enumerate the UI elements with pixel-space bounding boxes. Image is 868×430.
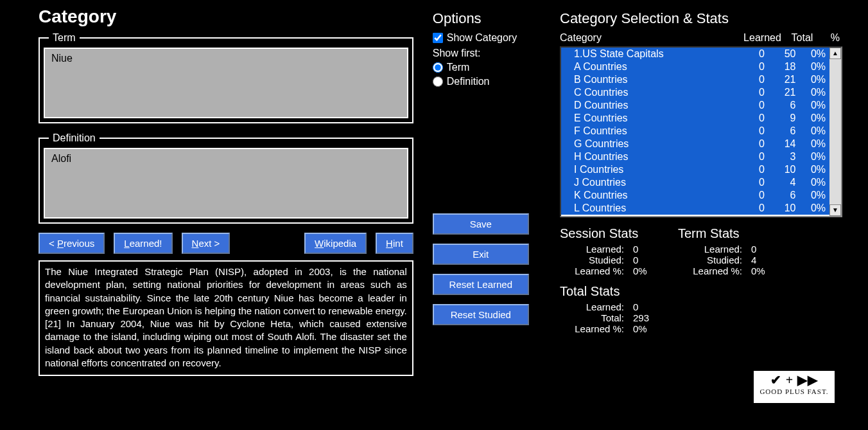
category-learned: 0 [727, 151, 765, 163]
category-percent: 0% [795, 100, 826, 111]
category-name: J Countries [574, 177, 727, 188]
term-stats-heading: Term Stats [678, 226, 777, 241]
category-name: C Countries [574, 87, 727, 98]
category-name: 1.US State Capitals [574, 48, 727, 60]
category-row[interactable]: G Countries0140% [561, 138, 829, 150]
wikipedia-button[interactable]: Wikipedia [304, 233, 367, 254]
show-first-label: Show first: [433, 48, 541, 59]
show-first-term-radio[interactable] [433, 62, 443, 73]
category-name: L Countries [574, 202, 727, 214]
logo-text: GOOD PLUS FAST. [754, 388, 835, 395]
next-button[interactable]: Next > [182, 233, 230, 254]
category-row[interactable]: B Countries0210% [561, 73, 829, 86]
category-row[interactable]: D Countries060% [561, 99, 829, 112]
category-percent: 0% [795, 125, 826, 137]
term-legend: Term [49, 32, 80, 44]
col-percent: % [813, 32, 842, 44]
category-total: 21 [765, 87, 796, 98]
category-percent: 0% [795, 61, 826, 73]
category-row[interactable]: F Countries060% [561, 125, 829, 138]
category-name: A Countries [574, 61, 727, 73]
category-row[interactable]: J Countries040% [561, 176, 829, 189]
category-percent: 0% [795, 164, 826, 175]
term-stats: Term Stats Learned:0 Studied:4 Learned %… [678, 226, 777, 276]
category-total: 18 [765, 61, 796, 73]
category-total: 10 [765, 202, 796, 214]
category-percent: 0% [795, 74, 826, 85]
exit-button[interactable]: Exit [433, 244, 529, 265]
category-stats-heading: Category Selection & Stats [560, 10, 842, 27]
show-category-label: Show Category [447, 32, 517, 44]
scroll-up-icon[interactable]: ▲ [829, 48, 841, 59]
category-learned: 0 [727, 138, 765, 150]
category-row[interactable]: K Countries060% [561, 189, 829, 202]
save-button[interactable]: Save [433, 213, 529, 235]
category-learned: 0 [727, 74, 765, 85]
category-learned: 0 [727, 100, 765, 111]
previous-button[interactable]: < Previous [39, 233, 105, 254]
logo-glyphs: ✔ + ▶▶ [754, 372, 835, 388]
show-first-term-label: Term [447, 62, 470, 73]
learned-button[interactable]: Learned! [114, 233, 172, 254]
session-stats-heading: Session Stats [560, 226, 659, 241]
hint-button[interactable]: Hint [376, 233, 413, 254]
category-total: 3 [765, 151, 796, 163]
category-percent: 0% [795, 48, 826, 60]
category-percent: 0% [795, 112, 826, 124]
category-percent: 0% [795, 177, 826, 188]
category-row[interactable]: L Countries0100% [561, 202, 829, 215]
show-category-checkbox[interactable] [433, 33, 443, 43]
category-list[interactable]: 1.US State Capitals0500%A Countries0180%… [560, 46, 842, 217]
category-percent: 0% [795, 87, 826, 98]
category-name: E Countries [574, 112, 727, 124]
category-table-header: Category Learned Total % [560, 32, 842, 44]
category-learned: 0 [727, 177, 765, 188]
total-stats: Total Stats Learned:0 Total:293 Learned … [560, 284, 842, 334]
category-name: F Countries [574, 125, 727, 137]
category-name: D Countries [574, 100, 727, 111]
reset-learned-button[interactable]: Reset Learned [433, 274, 529, 295]
category-learned: 0 [727, 125, 765, 137]
definition-value: Alofi [44, 148, 408, 219]
category-learned: 0 [727, 87, 765, 98]
page-title: Category [39, 6, 413, 27]
session-stats: Session Stats Learned:0 Studied:0 Learne… [560, 226, 659, 276]
category-total: 6 [765, 190, 796, 201]
category-learned: 0 [727, 61, 765, 73]
category-total: 50 [765, 48, 796, 60]
logo-good-plus-fast: ✔ + ▶▶ GOOD PLUS FAST. [752, 370, 836, 404]
category-row[interactable]: I Countries0100% [561, 163, 829, 176]
category-row[interactable]: A Countries0180% [561, 60, 829, 73]
total-stats-heading: Total Stats [560, 284, 842, 299]
category-total: 9 [765, 112, 796, 124]
nav-button-row: < Previous Learned! Next > Wikipedia Hin… [39, 233, 413, 254]
category-total: 4 [765, 177, 796, 188]
category-learned: 0 [727, 48, 765, 60]
category-scrollbar[interactable]: ▲ ▼ [829, 48, 841, 216]
category-percent: 0% [795, 202, 826, 214]
category-total: 6 [765, 125, 796, 137]
definition-legend: Definition [49, 132, 100, 144]
category-row[interactable]: C Countries0210% [561, 86, 829, 99]
category-row[interactable]: H Countries030% [561, 150, 829, 163]
category-total: 21 [765, 74, 796, 85]
category-total: 14 [765, 138, 796, 150]
category-total: 10 [765, 164, 796, 175]
category-percent: 0% [795, 190, 826, 201]
category-learned: 0 [727, 202, 765, 214]
col-learned: Learned [738, 32, 781, 44]
category-name: B Countries [574, 74, 727, 85]
category-row[interactable]: E Countries090% [561, 112, 829, 125]
show-first-definition-radio[interactable] [433, 76, 443, 87]
definition-panel: Definition Alofi [39, 132, 413, 224]
term-panel: Term Niue [39, 32, 413, 123]
show-first-definition-label: Definition [447, 76, 490, 87]
reset-studied-button[interactable]: Reset Studied [433, 304, 529, 325]
scroll-down-icon[interactable]: ▼ [829, 204, 841, 216]
col-category: Category [560, 32, 738, 44]
col-total: Total [781, 32, 813, 44]
category-learned: 0 [727, 112, 765, 124]
category-percent: 0% [795, 151, 826, 163]
category-row[interactable]: 1.US State Capitals0500% [561, 48, 829, 60]
category-total: 6 [765, 100, 796, 111]
